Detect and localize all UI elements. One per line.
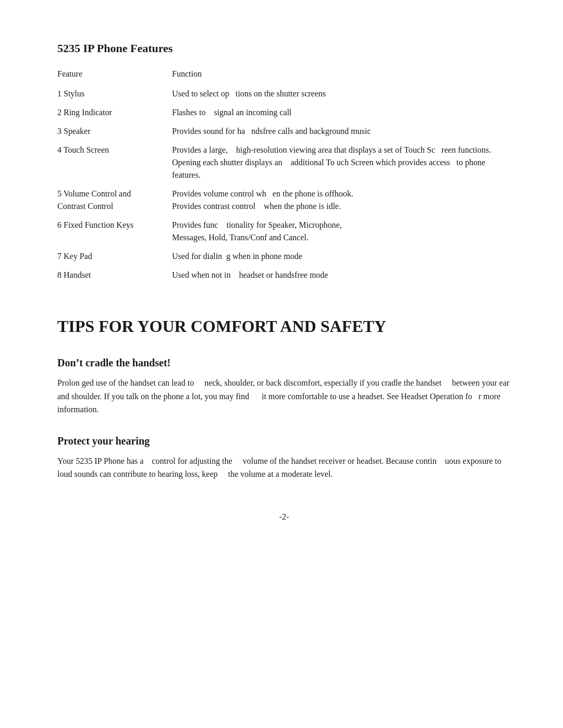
subsection-body: Prolon ged use of the handset can lead t… bbox=[57, 376, 511, 416]
feature-cell: 1 Stylus bbox=[57, 85, 172, 104]
function-cell: Provides func tionality for Speaker, Mic… bbox=[172, 217, 511, 248]
feature-cell: 6 Fixed Function Keys bbox=[57, 217, 172, 248]
table-row: 6 Fixed Function KeysProvides func tiona… bbox=[57, 217, 511, 248]
function-cell: Provides volume control wh en the phone … bbox=[172, 186, 511, 217]
feature-cell: 7 Key Pad bbox=[57, 248, 172, 267]
table-row: 8 HandsetUsed when not in headset or han… bbox=[57, 267, 511, 286]
function-cell: Used when not in headset or handsfree mo… bbox=[172, 267, 511, 286]
tips-section: TIPS FOR YOUR COMFORT AND SAFETY Don’t c… bbox=[57, 317, 511, 481]
feature-cell: 5 Volume Control and Contrast Control bbox=[57, 186, 172, 217]
subsection-title: Protect your hearing bbox=[57, 435, 511, 447]
table-row: 3 SpeakerProvides sound for ha ndsfree c… bbox=[57, 123, 511, 142]
features-title: 5235 IP Phone Features bbox=[57, 42, 511, 55]
table-row: 5 Volume Control and Contrast ControlPro… bbox=[57, 186, 511, 217]
function-cell: Provides sound for ha ndsfree calls and … bbox=[172, 123, 511, 142]
feature-cell: 2 Ring Indicator bbox=[57, 104, 172, 123]
tips-subsection: Don’t cradle the handset!Prolon ged use … bbox=[57, 357, 511, 416]
tips-title: TIPS FOR YOUR COMFORT AND SAFETY bbox=[57, 317, 511, 336]
feature-cell: 4 Touch Screen bbox=[57, 142, 172, 186]
col-header-function: Function bbox=[172, 66, 511, 85]
function-cell: Provides a large, high-resolution viewin… bbox=[172, 142, 511, 186]
col-header-feature: Feature bbox=[57, 66, 172, 85]
function-cell: Used for dialin g when in phone mode bbox=[172, 248, 511, 267]
feature-cell: 3 Speaker bbox=[57, 123, 172, 142]
table-row: 4 Touch ScreenProvides a large, high-res… bbox=[57, 142, 511, 186]
subsection-body: Your 5235 IP Phone has a control for adj… bbox=[57, 454, 511, 481]
table-row: 1 StylusUsed to select op tions on the s… bbox=[57, 85, 511, 104]
function-cell: Used to select op tions on the shutter s… bbox=[172, 85, 511, 104]
page-number: -2- bbox=[57, 512, 511, 522]
features-section: 5235 IP Phone Features Feature Function … bbox=[57, 42, 511, 286]
subsection-title: Don’t cradle the handset! bbox=[57, 357, 511, 369]
features-table: Feature Function 1 StylusUsed to select … bbox=[57, 66, 511, 286]
feature-cell: 8 Handset bbox=[57, 267, 172, 286]
table-row: 7 Key PadUsed for dialin g when in phone… bbox=[57, 248, 511, 267]
function-cell: Flashes to signal an incoming call bbox=[172, 104, 511, 123]
tips-subsection: Protect your hearingYour 5235 IP Phone h… bbox=[57, 435, 511, 481]
table-row: 2 Ring IndicatorFlashes to signal an inc… bbox=[57, 104, 511, 123]
